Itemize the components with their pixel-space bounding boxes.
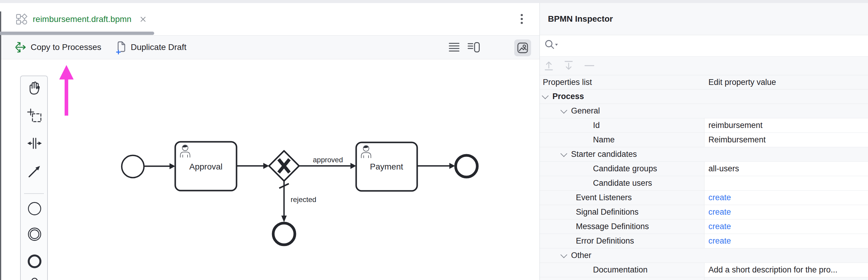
intermediate-event-tool-icon[interactable] xyxy=(27,226,42,242)
editor-tab-bar: reimbursement.draft.bpmn xyxy=(0,3,539,35)
gateway-tool-icon-partial[interactable] xyxy=(27,275,42,280)
chevron-down-icon xyxy=(561,251,567,258)
create-message-definitions-link[interactable]: create xyxy=(708,222,731,231)
annotation-arrow-up xyxy=(59,65,74,116)
start-event[interactable] xyxy=(122,156,144,178)
kebab-menu-icon[interactable] xyxy=(518,11,526,28)
end-event-rejected[interactable] xyxy=(273,223,295,245)
property-row-candidate-users: Candidate users xyxy=(540,176,868,191)
bpmn-inspector-panel: BPMN Inspector xyxy=(539,3,868,280)
group-row-process[interactable]: Process xyxy=(540,89,868,104)
palette-separator xyxy=(24,193,44,194)
inspector-header: BPMN Inspector xyxy=(540,3,868,35)
bpmn-editor-window: reimbursement.draft.bpmn xyxy=(0,0,868,280)
bpmn-canvas[interactable]: Approval Payment approved rejected xyxy=(0,59,539,280)
inspector-title: BPMN Inspector xyxy=(548,14,613,24)
chevron-down-icon xyxy=(542,92,549,99)
move-up-icon[interactable] xyxy=(544,60,553,71)
move-down-icon[interactable] xyxy=(564,60,573,71)
task-approval-label: Approval xyxy=(189,162,223,171)
window-top-strip xyxy=(0,0,868,3)
property-row-event-listeners: Event Listeners create xyxy=(540,191,868,205)
flow-approved[interactable] xyxy=(299,163,356,169)
duplicate-draft-button[interactable]: Duplicate Draft xyxy=(115,40,186,55)
duplicate-draft-label: Duplicate Draft xyxy=(131,43,186,52)
create-event-listeners-link[interactable]: create xyxy=(708,193,731,202)
value-id[interactable]: reimbursement xyxy=(705,118,868,133)
property-row-message-definitions: Message Definitions create xyxy=(540,220,868,234)
editor-toolbar: Copy to Processes Duplicate Draft xyxy=(0,35,539,59)
flow-start-to-approval[interactable] xyxy=(144,163,175,169)
window-left-edge xyxy=(0,11,1,280)
tab-title: reimbursement.draft.bpmn xyxy=(33,15,131,24)
canvas-view-icon xyxy=(517,43,528,53)
hand-tool-icon[interactable] xyxy=(27,80,42,96)
value-documentation[interactable]: Add a short description for the pro... xyxy=(705,263,868,277)
task-payment-label: Payment xyxy=(370,162,403,171)
flow-rejected[interactable] xyxy=(279,181,289,222)
editor-area: reimbursement.draft.bpmn xyxy=(0,3,539,280)
duplicate-draft-icon xyxy=(115,40,127,55)
canvas-view-button-active[interactable] xyxy=(514,39,531,56)
properties-tree: Process General Id reimbursement Name Re… xyxy=(540,89,868,280)
close-icon[interactable] xyxy=(140,16,146,23)
partial-next-row xyxy=(540,277,868,280)
value-candidate-groups[interactable]: all-users xyxy=(705,162,868,176)
inspector-actions-row xyxy=(540,57,868,75)
group-row-general[interactable]: General xyxy=(540,104,868,118)
end-event-paid[interactable] xyxy=(456,156,477,177)
tab-progress-bar xyxy=(0,32,154,35)
copy-to-processes-label: Copy to Processes xyxy=(31,43,101,52)
end-event-tool-icon[interactable] xyxy=(27,253,42,269)
global-connect-tool-icon[interactable] xyxy=(27,164,42,179)
inspector-search-row xyxy=(540,35,868,57)
lasso-tool-icon[interactable] xyxy=(27,108,42,124)
tool-palette xyxy=(20,76,48,280)
property-row-error-definitions: Error Definitions create xyxy=(540,234,868,248)
create-signal-definitions-link[interactable]: create xyxy=(708,207,731,217)
copy-to-processes-button[interactable]: Copy to Processes xyxy=(14,40,101,54)
flow-rejected-label: rejected xyxy=(291,195,316,203)
inspector-search-input[interactable] xyxy=(560,38,858,54)
space-tool-icon[interactable] xyxy=(27,136,42,152)
copy-to-processes-icon xyxy=(14,40,26,54)
bpmn-diagram: Approval Payment approved rejected xyxy=(0,59,539,280)
inspector-column-headers: Properties list Edit property value xyxy=(540,75,868,89)
group-row-starter-candidates[interactable]: Starter candidates xyxy=(540,147,868,162)
property-row-name: Name Reimbursement xyxy=(540,133,868,147)
column-edit-property-value: Edit property value xyxy=(705,78,776,87)
chevron-down-icon xyxy=(561,107,567,113)
value-candidate-users[interactable] xyxy=(705,176,868,190)
create-error-definitions-link[interactable]: create xyxy=(708,236,731,246)
property-row-candidate-groups: Candidate groups all-users xyxy=(540,162,868,176)
column-properties-list: Properties list xyxy=(540,78,705,87)
chevron-down-icon xyxy=(561,150,567,157)
tab-reimbursement-draft-bpmn[interactable]: reimbursement.draft.bpmn xyxy=(0,3,146,35)
bpmn-file-icon xyxy=(16,13,28,25)
search-icon[interactable] xyxy=(544,39,559,51)
xml-view-icon[interactable] xyxy=(449,43,460,52)
value-name[interactable]: Reimbursement xyxy=(705,133,868,147)
flow-approved-label: approved xyxy=(313,156,343,164)
split-view-icon[interactable] xyxy=(468,42,480,52)
remove-icon[interactable] xyxy=(585,65,594,66)
property-row-id: Id reimbursement xyxy=(540,118,868,133)
exclusive-gateway[interactable] xyxy=(269,151,299,181)
flow-payment-to-end[interactable] xyxy=(417,163,455,169)
group-row-other[interactable]: Other xyxy=(540,248,868,263)
flow-approval-to-gateway[interactable] xyxy=(237,163,269,169)
property-row-signal-definitions: Signal Definitions create xyxy=(540,205,868,220)
property-row-documentation: Documentation Add a short description fo… xyxy=(540,263,868,277)
start-event-tool-icon[interactable] xyxy=(27,201,42,217)
